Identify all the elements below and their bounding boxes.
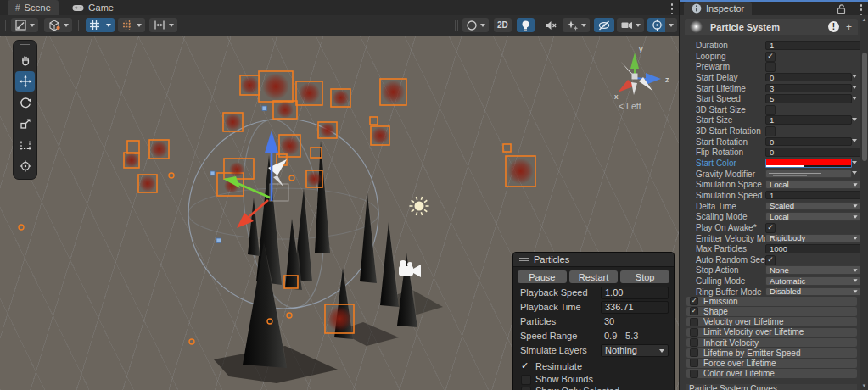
dropdown-arrow-icon[interactable] [852, 161, 857, 164]
property-field[interactable]: 1 [765, 191, 862, 200]
property-dropdown[interactable]: Rigidbody [765, 234, 862, 243]
module-checkbox[interactable] [690, 359, 698, 367]
curve-field[interactable] [765, 170, 852, 179]
property-checkbox[interactable] [765, 62, 776, 72]
spike-mesh[interactable] [360, 193, 377, 283]
checkbox[interactable] [521, 387, 531, 390]
inspector-menu-kebab-icon[interactable] [857, 3, 865, 16]
light-gizmo-sun[interactable] [410, 197, 429, 215]
module-checkbox[interactable]: ✓ [690, 307, 698, 315]
grid-snap-button[interactable] [86, 18, 104, 32]
dropdown-arrow-icon[interactable] [852, 139, 857, 142]
dropdown-arrow-icon[interactable] [852, 86, 857, 89]
stop-button[interactable]: Stop [620, 270, 669, 283]
property-checkbox[interactable]: ✓ [765, 255, 776, 265]
dropdown-arrow-icon[interactable] [852, 97, 857, 100]
scroll-down-icon[interactable]: ▼ [860, 383, 868, 388]
particle-gizmo-box[interactable] [370, 117, 378, 125]
module-bar[interactable]: Lifetime by Emitter Speed [686, 348, 857, 358]
module-checkbox[interactable] [690, 348, 698, 357]
component-header[interactable]: Particle System ! + [685, 19, 858, 35]
axis-center-cube[interactable] [632, 74, 638, 80]
module-checkbox[interactable] [690, 370, 698, 378]
scale-tool-button[interactable] [15, 114, 35, 134]
grid-visibility-button[interactable] [118, 18, 145, 32]
module-bar[interactable]: ✓Emission [686, 297, 857, 306]
module-bar[interactable]: Inherit Velocity [686, 338, 857, 348]
scene-menu-kebab-icon[interactable] [668, 3, 676, 15]
overlay-toggle[interactable]: Show Only Selected [513, 385, 674, 390]
scene-visibility-button[interactable] [594, 18, 614, 32]
overlay-toggle[interactable]: ✓Resimulate [513, 360, 674, 373]
overlay-toggle[interactable]: Show Bounds [513, 373, 674, 386]
module-bar[interactable]: ✓Shape [686, 307, 857, 316]
orientation-gizmo[interactable]: y z x < Left [614, 45, 669, 111]
move-tool-button[interactable] [15, 71, 35, 92]
inspector-scrollbar[interactable]: ▲ ▼ [860, 15, 868, 390]
pause-button[interactable]: Pause [518, 270, 567, 283]
gizmos-dropdown[interactable] [665, 18, 677, 32]
module-bar[interactable]: Velocity over Lifetime [686, 317, 857, 326]
view-orientation-label[interactable]: < Left [619, 101, 641, 111]
module-checkbox[interactable] [690, 318, 698, 326]
transform-tool-button[interactable] [15, 156, 35, 176]
grid-snap-dropdown[interactable] [103, 18, 115, 32]
gizmos-toggle-button[interactable] [647, 18, 667, 32]
particle-gizmo-box[interactable] [127, 141, 139, 153]
tab-inspector[interactable]: Inspector [684, 2, 752, 15]
module-checkbox[interactable] [690, 338, 698, 347]
cameras-button[interactable] [617, 18, 644, 32]
axis-y-cone[interactable] [630, 53, 639, 69]
property-field[interactable]: 3 [765, 84, 852, 93]
lock-icon[interactable] [836, 3, 846, 14]
tab-scene[interactable]: # Scene [8, 0, 59, 15]
property-dropdown[interactable]: Scaled [765, 202, 862, 211]
lighting-toggle-button[interactable] [517, 18, 535, 32]
spike-mesh[interactable] [243, 242, 287, 368]
axis-z-cone[interactable] [646, 73, 661, 85]
overlay-field[interactable]: 1.00 [601, 287, 669, 299]
gizmo-arrow-z[interactable] [265, 131, 278, 153]
2d-toggle-button[interactable]: 2D [494, 18, 512, 32]
property-dropdown[interactable]: Local [765, 180, 862, 189]
property-checkbox[interactable]: ✓ [765, 52, 776, 62]
overlay-drag-handle[interactable] [14, 42, 36, 49]
camera-gizmo[interactable] [399, 260, 421, 277]
restart-button[interactable]: Restart [569, 270, 619, 283]
property-field[interactable]: 1000 [765, 244, 862, 254]
pivot-button[interactable] [44, 18, 72, 32]
module-bar[interactable]: Force over Lifetime [686, 359, 857, 368]
module-checkbox[interactable]: ✓ [690, 297, 698, 305]
property-dropdown[interactable]: None [765, 265, 862, 275]
snap-increment-button[interactable] [149, 18, 177, 32]
overlay-dropdown[interactable]: Nothing [601, 344, 669, 357]
particles-panel-titlebar[interactable]: Particles [513, 253, 674, 267]
audio-toggle-button[interactable] [540, 18, 561, 32]
module-bar[interactable]: Limit Velocity over Lifetime [686, 328, 857, 337]
checkbox[interactable] [521, 375, 531, 385]
shading-mode-button[interactable] [462, 18, 489, 32]
rect-tool-button[interactable] [15, 135, 35, 155]
property-field[interactable]: 0 [765, 137, 852, 147]
property-checkbox[interactable] [765, 126, 776, 136]
property-dropdown[interactable]: Automatic [765, 276, 862, 286]
property-field[interactable]: 1 [765, 115, 852, 125]
tool-settings-button[interactable] [11, 18, 38, 32]
color-field[interactable] [765, 159, 852, 168]
property-dropdown[interactable]: Disabled [765, 287, 862, 297]
scroll-up-icon[interactable]: ▲ [860, 17, 868, 22]
scrollbar-thumb[interactable] [862, 53, 867, 161]
dropdown-arrow-icon[interactable] [852, 171, 857, 175]
property-field[interactable]: 0 [765, 148, 862, 157]
spike-mesh[interactable] [380, 222, 399, 307]
axis-neg-cone[interactable] [631, 82, 637, 95]
property-checkbox[interactable]: ✓ [765, 223, 776, 233]
overlay-field[interactable]: 336.71 [601, 301, 669, 314]
view-tool-button[interactable] [15, 50, 35, 70]
property-field[interactable]: 0 [765, 73, 852, 82]
preset-alert-icon[interactable]: ! [828, 21, 839, 32]
module-checkbox[interactable] [690, 328, 698, 337]
property-field[interactable]: 5 [765, 94, 852, 103]
particle-gizmo-box[interactable] [503, 144, 511, 152]
property-dropdown[interactable]: Local [765, 212, 862, 221]
